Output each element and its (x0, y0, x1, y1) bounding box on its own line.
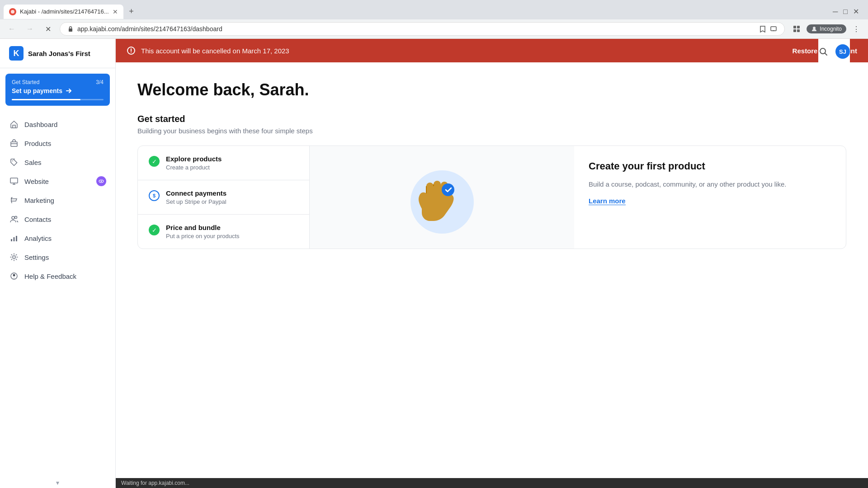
step-text: Price and bundle Put a price on your pro… (166, 224, 298, 239)
checkmark-circle: ✓ (149, 156, 160, 167)
get-started-section: Get started Building your business begin… (137, 114, 846, 249)
step-desc: Put a price on your products (166, 233, 298, 239)
step-connect-payments[interactable]: $ Connect payments Set up Stripe or Payp… (138, 180, 309, 215)
sidebar-item-label: Products (24, 140, 51, 147)
gs-progress-fill (12, 99, 80, 100)
step-name: Connect payments (166, 189, 298, 197)
close-window-button[interactable]: ✕ (853, 7, 859, 16)
welcome-title: Welcome back, Sarah. (137, 80, 846, 99)
extensions-icon[interactable] (790, 23, 803, 35)
sidebar-item-label: Dashboard (24, 121, 57, 128)
sidebar-item-label: Contacts (24, 216, 51, 223)
menu-icon[interactable]: ⋮ (850, 23, 863, 35)
lock-icon (67, 26, 74, 32)
steps-grid: ✓ Explore products Create a product $ (137, 145, 846, 249)
gs-count: 3/4 (96, 79, 104, 85)
eye-icon (96, 176, 106, 186)
main-content: SJ This account will be cancelled on Mar… (116, 39, 868, 488)
tab-close-button[interactable]: ✕ (113, 8, 118, 15)
section-subtitle: Building your business begins with these… (137, 127, 846, 135)
bar-chart-icon (9, 233, 19, 243)
hand-svg (408, 173, 467, 231)
search-icon (818, 47, 828, 56)
box-icon (9, 138, 19, 148)
new-tab-button[interactable]: + (125, 5, 138, 18)
back-button[interactable]: ← (5, 23, 18, 35)
svg-rect-10 (10, 178, 18, 183)
svg-point-24 (442, 183, 454, 196)
sidebar-item-website[interactable]: Website (0, 172, 115, 191)
address-bar-icons (759, 25, 777, 33)
address-bar[interactable]: app.kajabi.com/admin/sites/2147647163/da… (60, 22, 785, 36)
tab-title: Kajabi - /admin/sites/214764716... (20, 8, 109, 15)
sidebar-item-label: Website (24, 178, 49, 185)
warning-message: This account will be cancelled on March … (141, 47, 787, 55)
active-tab[interactable]: Kajabi - /admin/sites/214764716... ✕ (4, 5, 123, 19)
user-avatar[interactable]: SJ (835, 44, 850, 59)
svg-rect-17 (16, 236, 17, 241)
step-check-icon: ✓ (149, 156, 160, 167)
create-product-desc: Build a course, podcast, community, or a… (589, 179, 831, 190)
reload-button[interactable]: ✕ (42, 23, 54, 35)
sidebar-item-products[interactable]: Products (0, 134, 115, 153)
browser-chrome: Kajabi - /admin/sites/214764716... ✕ + ─… (0, 0, 868, 39)
sidebar-item-help[interactable]: Help & Feedback (0, 267, 115, 286)
monitor-icon (9, 176, 19, 186)
svg-rect-2 (771, 27, 776, 31)
section-title: Get started (137, 114, 846, 124)
forward-button[interactable]: → (24, 23, 36, 35)
step-explore-products[interactable]: ✓ Explore products Create a product (138, 146, 309, 180)
gs-header: Get Started 3/4 (12, 79, 104, 85)
step-text: Explore products Create a product (166, 155, 298, 171)
scroll-indicator: ▼ (0, 478, 115, 488)
megaphone-icon (9, 195, 19, 205)
step-desc: Create a product (166, 164, 298, 171)
sidebar-item-dashboard[interactable]: Dashboard (0, 115, 115, 134)
sidebar-item-settings[interactable]: Settings (0, 248, 115, 267)
gs-progress-bar (12, 99, 104, 100)
dollar-circle: $ (149, 190, 160, 201)
status-text: Waiting for app.kajabi.com... (121, 480, 189, 486)
minimize-button[interactable]: ─ (833, 8, 838, 16)
step-name: Price and bundle (166, 224, 298, 231)
get-started-banner[interactable]: Get Started 3/4 Set up payments (5, 74, 110, 106)
sidebar-item-marketing[interactable]: Marketing (0, 191, 115, 210)
website-badge (96, 176, 106, 186)
maximize-button[interactable]: □ (843, 8, 848, 16)
sidebar-item-contacts[interactable]: Contacts (0, 210, 115, 229)
sidebar: K Sarah Jonas's First Get Started 3/4 Se… (0, 39, 116, 488)
create-product-title: Create your first product (589, 160, 831, 172)
home-icon (9, 119, 19, 129)
warning-banner: This account will be cancelled on March … (116, 39, 868, 62)
hand-illustration (406, 161, 478, 234)
page-content: Welcome back, Sarah. Get started Buildin… (116, 62, 868, 478)
app-logo[interactable]: K (9, 46, 24, 61)
step-text: Connect payments Set up Stripe or Paypal (166, 189, 298, 205)
tag-icon (9, 157, 19, 167)
arrow-right-icon (65, 87, 72, 94)
address-bar-row: ← → ✕ app.kajabi.com/admin/sites/2147647… (0, 19, 868, 38)
svg-point-13 (12, 216, 14, 219)
sidebar-item-analytics[interactable]: Analytics (0, 229, 115, 248)
screen-capture-icon[interactable] (770, 25, 777, 33)
status-bar: Waiting for app.kajabi.com... (116, 478, 868, 488)
svg-rect-16 (14, 237, 15, 241)
tab-bar: Kajabi - /admin/sites/214764716... ✕ + ─… (0, 0, 868, 19)
sidebar-item-label: Analytics (24, 235, 52, 242)
app-layout: K Sarah Jonas's First Get Started 3/4 Se… (0, 39, 868, 488)
sidebar-item-label: Marketing (24, 197, 54, 204)
question-icon (9, 271, 19, 281)
step-check-icon-2: ✓ (149, 225, 160, 235)
search-button[interactable] (818, 47, 828, 56)
steps-list: ✓ Explore products Create a product $ (138, 146, 310, 249)
sidebar-header: K Sarah Jonas's First (0, 39, 115, 68)
bookmark-icon[interactable] (759, 25, 766, 33)
svg-rect-5 (793, 29, 796, 32)
sidebar-item-sales[interactable]: Sales (0, 153, 115, 172)
learn-more-button[interactable]: Learn more (589, 197, 626, 205)
svg-rect-6 (797, 29, 800, 32)
svg-rect-4 (797, 26, 800, 28)
url-text: app.kajabi.com/admin/sites/2147647163/da… (77, 25, 755, 33)
step-price-bundle[interactable]: ✓ Price and bundle Put a price on your p… (138, 215, 309, 249)
brand-name: Sarah Jonas's First (28, 50, 90, 57)
